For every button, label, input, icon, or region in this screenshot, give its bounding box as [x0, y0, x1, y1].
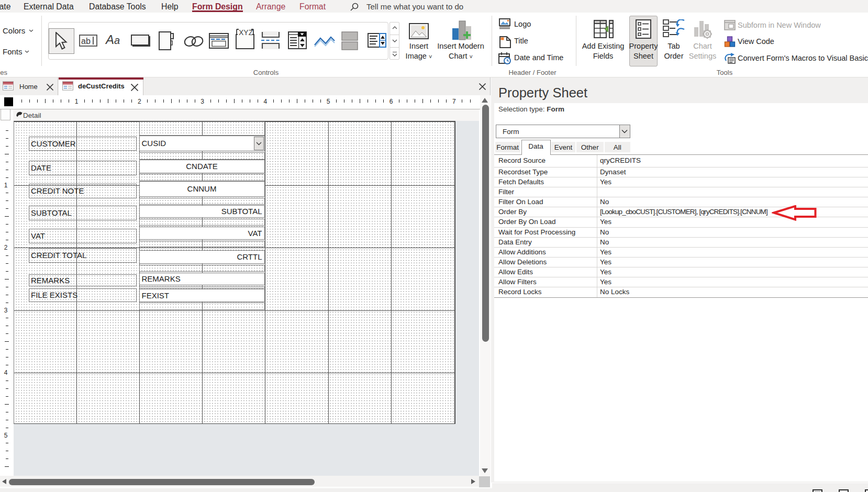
svg-text:ab: ab [81, 37, 91, 46]
svg-text:XYZ: XYZ [239, 28, 253, 37]
